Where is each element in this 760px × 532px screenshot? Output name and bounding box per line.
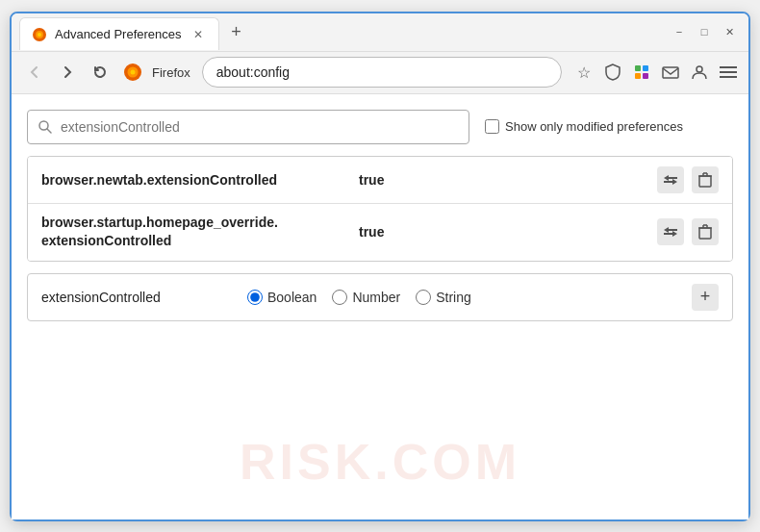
shield-icon[interactable] (602, 62, 623, 83)
type-number[interactable]: Number (332, 290, 400, 305)
svg-line-16 (47, 129, 51, 133)
reload-icon (93, 65, 107, 79)
forward-button[interactable] (54, 59, 81, 86)
string-label: String (436, 290, 471, 305)
nav-right-icons: ☆ (573, 62, 739, 83)
delete-button-1[interactable] (692, 166, 719, 193)
boolean-label: Boolean (267, 290, 317, 305)
watermark: RISK.COM (240, 433, 520, 491)
browser-label: Firefox (152, 65, 190, 80)
back-button[interactable] (21, 59, 48, 86)
extension-icon[interactable] (631, 62, 652, 83)
title-bar: Advanced Preferences ✕ + − □ ✕ (12, 13, 748, 52)
new-tab-button[interactable]: + (223, 18, 250, 45)
account-icon[interactable] (689, 62, 710, 83)
toggle-button-2[interactable] (657, 218, 684, 245)
search-box[interactable]: extensionControlled (27, 110, 469, 144)
pref-value-2: true (359, 224, 647, 240)
reload-button[interactable] (87, 59, 114, 86)
svg-rect-7 (643, 65, 648, 71)
minimize-button[interactable]: − (671, 24, 687, 39)
bookmark-icon[interactable]: ☆ (573, 62, 595, 83)
browser-window: Advanced Preferences ✕ + − □ ✕ (10, 12, 750, 521)
row-actions-1 (657, 166, 719, 193)
url-bar[interactable]: about:config (202, 57, 562, 88)
results-table: browser.newtab.extensionControlled true (27, 156, 733, 262)
pref-value-1: true (359, 172, 647, 188)
show-modified-filter: Show only modified preferences (485, 119, 683, 134)
type-radio-group: Boolean Number String (247, 290, 678, 305)
window-controls: − □ ✕ (671, 24, 741, 39)
url-text: about:config (216, 64, 290, 80)
add-preference-button[interactable]: + (692, 284, 719, 311)
row-actions-2 (657, 218, 719, 245)
svg-rect-22 (699, 228, 711, 239)
table-row: browser.startup.homepage_override. exten… (28, 204, 732, 261)
svg-rect-6 (635, 65, 641, 71)
forward-icon (61, 65, 74, 79)
menu-icon[interactable] (718, 62, 739, 83)
trash-icon (698, 224, 712, 240)
tab-favicon (32, 27, 47, 42)
type-string[interactable]: String (416, 290, 471, 305)
delete-button-2[interactable] (692, 218, 719, 245)
toggle-icon (663, 174, 678, 186)
search-row: extensionControlled Show only modified p… (27, 110, 733, 144)
show-modified-checkbox[interactable] (485, 119, 499, 134)
table-row: browser.newtab.extensionControlled true (28, 157, 732, 204)
tab-title: Advanced Preferences (55, 27, 182, 41)
trash-icon (698, 172, 712, 188)
pref-name-2: browser.startup.homepage_override. exten… (41, 214, 349, 251)
maximize-button[interactable]: □ (697, 24, 712, 39)
active-tab[interactable]: Advanced Preferences ✕ (19, 17, 219, 50)
svg-rect-17 (699, 176, 711, 187)
toggle-button-1[interactable] (657, 166, 684, 193)
nav-bar: Firefox about:config ☆ (12, 52, 748, 94)
svg-point-11 (697, 66, 702, 72)
number-radio[interactable] (332, 290, 347, 305)
pref-name-1: browser.newtab.extensionControlled (41, 172, 349, 188)
mail-icon[interactable] (660, 62, 681, 83)
boolean-radio[interactable] (247, 290, 263, 305)
show-modified-label: Show only modified preferences (505, 119, 683, 134)
string-radio[interactable] (416, 290, 431, 305)
search-icon (38, 119, 53, 135)
svg-rect-9 (643, 73, 648, 79)
toggle-icon (663, 226, 678, 238)
search-input[interactable]: extensionControlled (61, 119, 459, 135)
tab-close-button[interactable]: ✕ (190, 26, 207, 43)
add-preference-row: extensionControlled Boolean Number Strin… (27, 273, 733, 321)
svg-point-5 (131, 70, 136, 75)
svg-rect-10 (663, 67, 678, 78)
content-area: RISK.COM extensionControlled Show only m… (12, 94, 748, 519)
svg-point-2 (38, 33, 41, 37)
close-button[interactable]: ✕ (722, 24, 737, 39)
svg-rect-8 (635, 73, 641, 79)
back-icon (28, 65, 41, 79)
number-label: Number (352, 290, 400, 305)
new-pref-name: extensionControlled (41, 290, 234, 305)
firefox-logo-icon (123, 63, 142, 82)
type-boolean[interactable]: Boolean (247, 290, 317, 305)
